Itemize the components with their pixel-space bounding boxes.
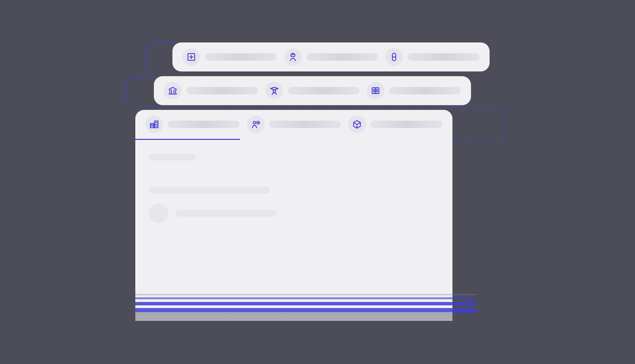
placeholder-pill bbox=[408, 53, 479, 61]
person-voice-icon bbox=[247, 116, 265, 133]
header-item bbox=[385, 48, 479, 66]
header-item bbox=[284, 48, 378, 66]
placeholder-pill bbox=[186, 87, 258, 94]
header-item bbox=[367, 82, 461, 99]
svg-point-6 bbox=[253, 121, 256, 124]
bank-icon bbox=[164, 82, 182, 99]
skeleton-line bbox=[176, 210, 277, 217]
placeholder-pill bbox=[389, 87, 461, 94]
svg-rect-4 bbox=[150, 124, 154, 128]
placeholder-pill bbox=[306, 53, 378, 61]
header-item bbox=[266, 82, 360, 99]
window-back-header bbox=[172, 42, 490, 71]
skeleton-line bbox=[149, 154, 196, 160]
placeholder-pill bbox=[288, 87, 360, 94]
buildings-icon bbox=[145, 116, 163, 133]
window-front-body bbox=[135, 144, 452, 312]
rough-stroke bbox=[135, 297, 476, 299]
svg-point-2 bbox=[273, 90, 276, 93]
placeholder-pill bbox=[370, 121, 442, 128]
rough-stroke bbox=[135, 302, 476, 305]
window-mid-header bbox=[154, 76, 471, 105]
bottom-fade bbox=[135, 312, 452, 321]
outline-trace-back bbox=[145, 42, 174, 71]
newspaper-icon bbox=[367, 82, 384, 99]
skeleton-line bbox=[149, 187, 270, 193]
header-item bbox=[164, 82, 258, 99]
cube-icon bbox=[348, 116, 366, 133]
header-item bbox=[247, 116, 341, 133]
graduate-icon bbox=[266, 82, 283, 99]
progress-underline bbox=[135, 139, 240, 140]
placeholder-pill bbox=[168, 121, 240, 128]
pill-icon bbox=[385, 48, 403, 66]
hospital-icon bbox=[183, 48, 200, 66]
window-front bbox=[135, 110, 452, 312]
window-back bbox=[172, 42, 490, 71]
rough-stroke bbox=[135, 294, 476, 295]
nurse-icon bbox=[284, 48, 302, 66]
window-mid bbox=[154, 76, 471, 105]
header-item bbox=[348, 116, 442, 133]
outline-trace-mid bbox=[125, 76, 156, 105]
skeleton-row bbox=[149, 204, 439, 223]
placeholder-pill bbox=[269, 121, 341, 128]
header-item bbox=[145, 116, 240, 133]
placeholder-pill bbox=[205, 53, 277, 61]
skeleton-avatar bbox=[149, 204, 168, 223]
header-item bbox=[183, 48, 277, 66]
window-front-header bbox=[135, 110, 452, 139]
illustration-stage bbox=[125, 40, 510, 324]
